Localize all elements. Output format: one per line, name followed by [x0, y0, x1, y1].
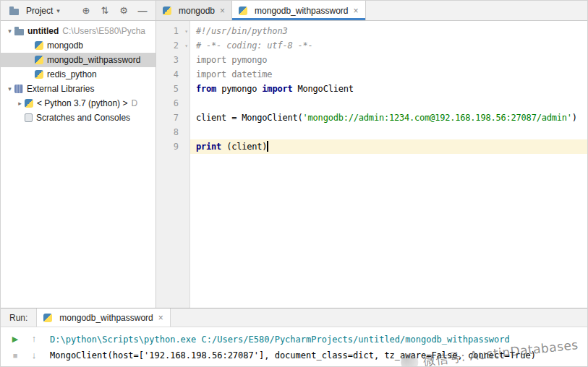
- code-text: client = MongoClient('mongodb://admin:12…: [190, 111, 587, 125]
- editor-tab-mongodb[interactable]: mongodb×: [156, 1, 232, 20]
- line-number: 8: [156, 125, 190, 139]
- python-icon: [35, 70, 43, 79]
- code-text: [190, 125, 587, 139]
- tab-close-icon[interactable]: ×: [353, 6, 358, 16]
- line-number: 9: [156, 139, 190, 154]
- line-number: 1▾: [156, 24, 190, 38]
- tab-label: mongodb_withpassword: [255, 6, 348, 16]
- tree-label: mongodb_withpassword: [47, 55, 140, 65]
- line-number: 7: [156, 111, 190, 125]
- pycharm-window: Project ▾ ⊕ ⇅ ⚙ — mongodb×mongodb_withpa…: [0, 0, 588, 367]
- run-console: ▶ ↑ ■ ↓ D:\python\Scripts\python.exe C:/…: [1, 327, 587, 367]
- code-text: from pymongo import MongoClient: [190, 82, 587, 96]
- hide-panel-icon[interactable]: —: [137, 5, 148, 16]
- line-number: 3: [156, 53, 190, 67]
- tree-label: untitled: [27, 26, 59, 36]
- folder-icon: [14, 29, 24, 35]
- fold-marker-icon[interactable]: ▾: [184, 25, 188, 39]
- project-view-selector[interactable]: Project ▾: [7, 4, 63, 17]
- project-tree: ▾untitledC:\Users\E580\Pychamongodbmongo…: [1, 24, 155, 125]
- code-text: import pymongo: [190, 53, 587, 67]
- scratch-icon: [25, 113, 33, 122]
- code-line-6[interactable]: 6: [156, 96, 587, 111]
- code-line-1[interactable]: 1▾#!/usr/bin/python3: [156, 24, 587, 38]
- text-cursor: [267, 141, 268, 152]
- python-icon: [35, 41, 43, 50]
- chevron-down-icon[interactable]: ▾: [5, 85, 14, 92]
- editor-code: 1▾#!/usr/bin/python32▾# -*- coding: utf-…: [156, 21, 587, 154]
- console-toolbar: ▶ ↑ ■ ↓: [1, 327, 43, 367]
- line-number: 4: [156, 67, 190, 82]
- locate-file-icon[interactable]: ⊕: [80, 5, 92, 16]
- python-file-icon: [239, 7, 247, 15]
- tree-row-python-interpreter[interactable]: ▸< Python 3.7 (python) >D: [1, 96, 155, 111]
- tree-label: redis_python: [47, 69, 97, 79]
- project-folder-icon: [9, 9, 19, 15]
- line-number: 5: [156, 82, 190, 96]
- project-view-label: Project: [26, 6, 53, 16]
- line-number: 2▾: [156, 38, 190, 53]
- console-output[interactable]: D:\python\Scripts\python.exe C:/Users/E5…: [43, 327, 587, 367]
- code-text: print (client): [190, 139, 587, 154]
- run-tab-label: mongodb_withpassword: [59, 313, 153, 323]
- code-line-5[interactable]: 5from pymongo import MongoClient: [156, 82, 587, 96]
- run-tab-bar: Run: mongodb_withpassword ×: [1, 308, 587, 327]
- python-icon: [25, 99, 33, 108]
- chevron-down-icon: ▾: [56, 7, 60, 14]
- python-file-icon: [163, 7, 171, 15]
- tree-label: < Python 3.7 (python) >: [37, 98, 127, 108]
- rerun-button[interactable]: ▶: [9, 332, 21, 347]
- tree-row-mongodb[interactable]: mongodb: [1, 38, 155, 53]
- code-line-8[interactable]: 8: [156, 125, 587, 139]
- console-line-stdout: MongoClient(host=['192.168.198.56:27087'…: [50, 347, 587, 363]
- tree-row-untitled[interactable]: ▾untitledC:\Users\E580\Pycha: [1, 24, 155, 38]
- code-text: [190, 96, 587, 111]
- tree-path: D: [131, 98, 137, 108]
- code-text: #!/usr/bin/python3: [190, 24, 587, 38]
- tree-row-external-libraries[interactable]: ▾External Libraries: [1, 82, 155, 96]
- main-area: ▾untitledC:\Users\E580\Pychamongodbmongo…: [1, 21, 587, 308]
- python-file-icon: [43, 314, 52, 322]
- run-tab[interactable]: mongodb_withpassword ×: [36, 308, 170, 327]
- chevron-right-icon[interactable]: ▸: [15, 100, 25, 107]
- console-line-command: D:\python\Scripts\python.exe C:/Users/E5…: [50, 332, 587, 347]
- code-line-2[interactable]: 2▾# -*- coding: utf-8 -*-: [156, 38, 587, 53]
- tree-row-mongodb_withpassword[interactable]: mongodb_withpassword: [1, 53, 155, 67]
- stop-button[interactable]: ■: [9, 348, 21, 363]
- code-line-3[interactable]: 3import pymongo: [156, 53, 587, 67]
- project-panel: ▾untitledC:\Users\E580\Pychamongodbmongo…: [1, 21, 156, 308]
- tree-label: External Libraries: [27, 84, 94, 94]
- project-toolbar: Project ▾ ⊕ ⇅ ⚙ —: [1, 1, 156, 20]
- code-line-4[interactable]: 4import datetime: [156, 67, 587, 82]
- tree-path: C:\Users\E580\Pycha: [62, 26, 145, 36]
- run-panel: Run: mongodb_withpassword × ▶ ↑ ■ ↓ D:\p…: [1, 308, 587, 367]
- editor-area[interactable]: 1▾#!/usr/bin/python32▾# -*- coding: utf-…: [156, 21, 587, 308]
- tree-row-redis_python[interactable]: redis_python: [1, 67, 155, 82]
- scroll-up-icon[interactable]: ↑: [28, 332, 40, 347]
- fold-marker-icon[interactable]: ▾: [184, 39, 188, 53]
- code-text: # -*- coding: utf-8 -*-: [190, 38, 587, 53]
- code-line-7[interactable]: 7client = MongoClient('mongodb://admin:1…: [156, 111, 587, 125]
- gear-icon[interactable]: ⚙: [118, 5, 129, 16]
- code-text: import datetime: [190, 67, 587, 82]
- tree-label: mongodb: [47, 40, 83, 51]
- run-panel-label: Run:: [9, 313, 27, 323]
- code-line-9[interactable]: 9print (client): [156, 139, 587, 154]
- run-tab-close-icon[interactable]: ×: [158, 313, 163, 323]
- sort-icon[interactable]: ⇅: [99, 5, 111, 16]
- python-icon: [35, 56, 43, 64]
- library-icon: [14, 85, 23, 93]
- scroll-down-icon[interactable]: ↓: [28, 348, 40, 363]
- tree-row-scratches-and-consoles[interactable]: Scratches and Consoles: [1, 111, 155, 125]
- line-number: 6: [156, 96, 190, 111]
- editor-tab-mongodb_withpassword[interactable]: mongodb_withpassword×: [232, 1, 365, 20]
- header-bar: Project ▾ ⊕ ⇅ ⚙ — mongodb×mongodb_withpa…: [1, 1, 587, 21]
- editor-tab-bar: mongodb×mongodb_withpassword×: [156, 1, 587, 20]
- tab-close-icon[interactable]: ×: [220, 6, 225, 16]
- tab-label: mongodb: [179, 6, 215, 16]
- chevron-down-icon[interactable]: ▾: [5, 27, 14, 35]
- tree-label: Scratches and Consoles: [36, 113, 130, 123]
- project-toolbar-icons: ⊕ ⇅ ⚙ —: [80, 5, 148, 16]
